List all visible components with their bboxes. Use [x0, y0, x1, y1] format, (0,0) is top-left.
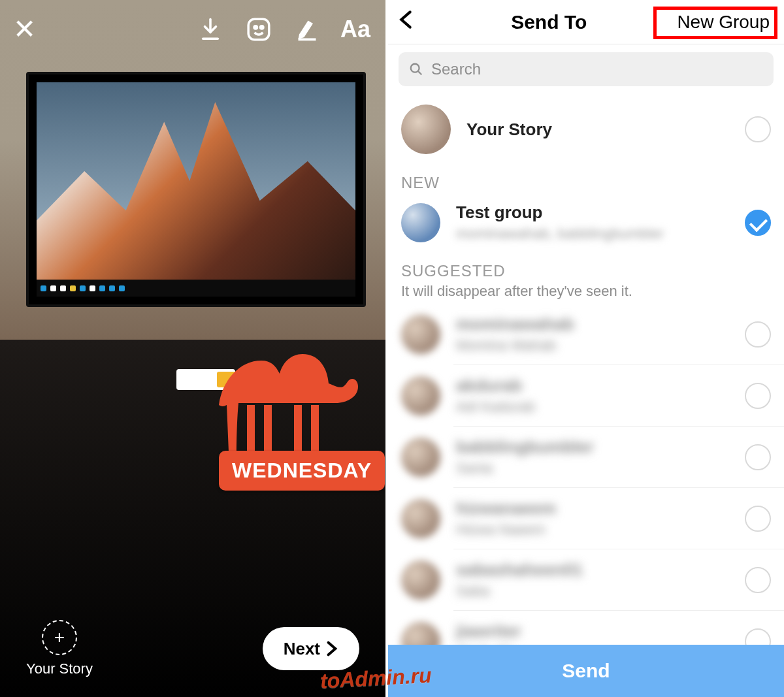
annotation-highlight-box — [653, 7, 777, 39]
plus-circle-icon: + — [42, 620, 77, 655]
row-subtitle: mominawahab, babblingbumbler — [456, 225, 745, 242]
svg-rect-7 — [311, 405, 319, 456]
list-item[interactable]: sabashaheen01Saba — [388, 549, 784, 610]
select-radio[interactable] — [745, 444, 771, 470]
page-title: Send To — [425, 11, 673, 33]
your-story-button[interactable]: + Your Story — [26, 620, 93, 677]
row-title: mominawahab — [456, 314, 745, 334]
avatar — [401, 203, 440, 242]
list-item[interactable]: akdurabAdi Kadurab — [388, 365, 784, 426]
laptop-in-photo — [26, 72, 366, 307]
row-subtitle: Adi Kadurab — [456, 398, 745, 415]
row-subtitle: Saba — [456, 583, 745, 600]
next-button[interactable]: Next — [263, 627, 359, 670]
avatar — [401, 438, 440, 477]
row-title: babblingbumbler — [456, 437, 745, 457]
row-subtitle: Momina Wahab — [456, 337, 745, 354]
svg-rect-0 — [248, 19, 269, 40]
row-title: sabashaheen01 — [456, 560, 745, 580]
select-radio[interactable] — [745, 383, 771, 409]
select-radio[interactable] — [745, 116, 771, 142]
select-radio[interactable] — [745, 210, 771, 236]
select-radio[interactable] — [745, 567, 771, 593]
svg-point-2 — [261, 26, 263, 29]
back-icon[interactable] — [399, 10, 425, 35]
send-to-pane: Send To New Group Search Your Story NEW … — [385, 0, 784, 697]
camel-sticker[interactable] — [196, 327, 366, 464]
row-title: akdurab — [456, 376, 745, 396]
section-header-new: NEW — [388, 165, 784, 192]
list-item[interactable]: hizwanaeemHizwa Naeem — [388, 488, 784, 549]
text-tool-button[interactable]: Aa — [338, 12, 372, 46]
svg-rect-5 — [264, 405, 272, 456]
send-label: Send — [562, 660, 610, 682]
day-sticker[interactable]: WEDNESDAY — [219, 451, 385, 491]
row-title: jiawriter — [456, 621, 745, 641]
close-icon[interactable]: ✕ — [13, 16, 36, 43]
avatar — [401, 315, 440, 354]
row-title: Test group — [456, 203, 745, 223]
avatar — [401, 105, 451, 154]
avatar — [401, 560, 440, 600]
text-tool-label: Aa — [340, 16, 370, 43]
row-subtitle: Hizwa Naeem — [456, 521, 745, 538]
recipients-list: Your Story NEW Test group mominawahab, b… — [388, 94, 784, 697]
your-story-label: Your Story — [26, 660, 93, 677]
download-icon[interactable] — [193, 12, 227, 46]
avatar — [401, 499, 440, 538]
row-title: hizwanaeem — [456, 498, 745, 519]
story-editor-pane: ✕ Aa — [0, 0, 385, 697]
select-radio[interactable] — [745, 506, 771, 532]
sticker-icon[interactable] — [242, 12, 276, 46]
row-title: Your Story — [466, 120, 745, 140]
next-label: Next — [284, 639, 320, 659]
avatar — [401, 376, 440, 415]
draw-icon[interactable] — [290, 12, 324, 46]
send-button[interactable]: Send — [388, 645, 784, 697]
svg-rect-6 — [294, 405, 302, 456]
search-input[interactable]: Search — [399, 52, 774, 86]
search-placeholder: Search — [431, 60, 481, 78]
svg-rect-3 — [299, 39, 316, 41]
suggested-note: It will disappear after they've seen it. — [388, 280, 784, 304]
list-item[interactable]: mominawahabMomina Wahab — [388, 304, 784, 365]
svg-rect-4 — [247, 405, 255, 456]
group-row[interactable]: Test group mominawahab, babblingbumbler — [388, 192, 784, 253]
section-header-suggested: SUGGESTED — [388, 253, 784, 280]
your-story-row[interactable]: Your Story — [388, 94, 784, 165]
select-radio[interactable] — [745, 321, 771, 348]
svg-point-1 — [254, 26, 257, 29]
search-icon — [409, 62, 423, 76]
list-item[interactable]: babblingbumblerSania — [388, 427, 784, 487]
svg-point-8 — [411, 64, 419, 73]
row-subtitle: Sania — [456, 460, 745, 477]
